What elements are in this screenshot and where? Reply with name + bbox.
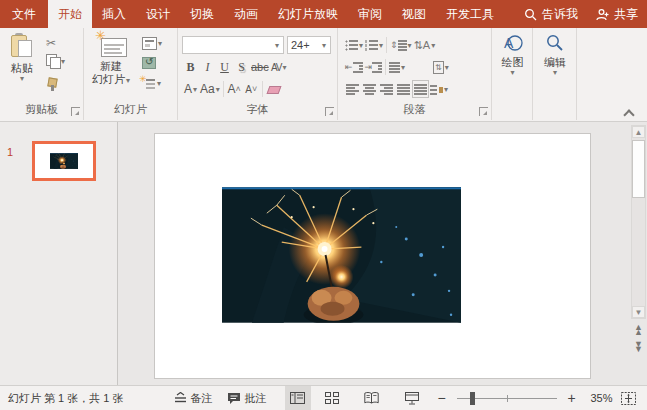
divider bbox=[223, 81, 224, 97]
tab-view[interactable]: 视图 bbox=[392, 0, 436, 28]
distribute-button[interactable] bbox=[412, 80, 429, 98]
copy-button[interactable]: ▾ bbox=[44, 52, 67, 70]
convert-smartart-button[interactable]: ▾ bbox=[429, 80, 449, 98]
normal-view-button[interactable] bbox=[285, 386, 311, 410]
scrollbar-thumb[interactable] bbox=[632, 140, 645, 198]
previous-slide-button[interactable]: ▲▲ bbox=[632, 323, 645, 337]
editing-find-icon bbox=[544, 33, 566, 53]
zoom-out-button[interactable]: − bbox=[435, 390, 449, 406]
tab-review[interactable]: 审阅 bbox=[348, 0, 392, 28]
line-spacing-icon: ⇕ bbox=[390, 40, 407, 51]
underline-button[interactable]: U bbox=[216, 58, 233, 76]
person-add-icon bbox=[596, 8, 609, 21]
bullets-button[interactable]: ▾ bbox=[344, 36, 364, 54]
slideshow-view-button[interactable] bbox=[399, 386, 425, 410]
slide-sorter-view-button[interactable] bbox=[319, 386, 345, 410]
tell-me-button[interactable]: 告诉我 bbox=[515, 0, 587, 28]
tab-design[interactable]: 设计 bbox=[136, 0, 180, 28]
italic-button[interactable]: I bbox=[199, 58, 216, 76]
scroll-up-button[interactable]: ▲ bbox=[632, 126, 645, 138]
drawing-button[interactable]: A 绘图 ▾ bbox=[496, 31, 529, 76]
ribbon: 粘贴 ▾ ✂ ▾ 剪贴板 ✳ 新建 幻灯片▾ ▾ ▾ 幻灯片 bbox=[0, 28, 647, 122]
share-button[interactable]: 共享 bbox=[587, 0, 647, 28]
grow-font-button[interactable]: A˄ bbox=[226, 80, 243, 98]
zoom-in-button[interactable]: + bbox=[565, 390, 579, 406]
tab-slideshow[interactable]: 幻灯片放映 bbox=[268, 0, 348, 28]
shrink-font-label: A bbox=[245, 84, 252, 95]
slide-canvas[interactable] bbox=[154, 133, 591, 379]
double-chevron-up-icon: ▲▲ bbox=[634, 325, 643, 335]
clear-formatting-button[interactable] bbox=[265, 80, 282, 98]
font-dialog-launcher[interactable] bbox=[325, 107, 334, 116]
font-group-label: 字体 bbox=[178, 102, 337, 117]
dropdown-arrow-icon: ▾ bbox=[431, 41, 435, 50]
increase-indent-button[interactable]: ⇥ bbox=[364, 58, 384, 76]
workspace: 1 ▲ ▼ ▲▲ ▼▼ bbox=[0, 122, 647, 385]
tab-file[interactable]: 文件 bbox=[0, 0, 48, 28]
tab-developer[interactable]: 开发工具 bbox=[436, 0, 504, 28]
align-center-button[interactable] bbox=[361, 80, 378, 98]
font-size-combo[interactable]: ▾ bbox=[287, 36, 331, 54]
collapse-ribbon-button[interactable] bbox=[624, 110, 633, 116]
editing-button[interactable]: 编辑 ▾ bbox=[538, 31, 572, 76]
change-case-label: Aa bbox=[200, 82, 215, 96]
divider bbox=[385, 59, 386, 75]
distribute-icon bbox=[414, 84, 427, 95]
next-slide-button[interactable]: ▼▼ bbox=[632, 340, 645, 354]
comments-button[interactable]: 批注 bbox=[227, 391, 267, 406]
dropdown-arrow-icon: ▾ bbox=[445, 63, 449, 72]
slide-editing-area[interactable] bbox=[119, 122, 630, 385]
bold-button[interactable]: B bbox=[182, 58, 199, 76]
paragraph-dialog-launcher[interactable] bbox=[479, 107, 488, 116]
font-name-combo[interactable]: ▾ bbox=[182, 36, 284, 54]
change-case-button[interactable]: Aa▾ bbox=[199, 80, 221, 98]
sparkler-image[interactable] bbox=[222, 187, 461, 323]
font-name-input[interactable] bbox=[183, 38, 271, 52]
text-shadow-button[interactable]: S bbox=[233, 58, 250, 76]
reset-button[interactable] bbox=[140, 54, 164, 72]
numbering-button[interactable]: ▾ bbox=[364, 36, 384, 54]
vertical-scrollbar[interactable]: ▲ ▼ ▲▲ ▼▼ bbox=[630, 122, 647, 385]
slide-thumbnail-selected[interactable] bbox=[32, 141, 96, 181]
fit-slide-to-window-button[interactable] bbox=[621, 392, 636, 405]
tab-animations[interactable]: 动画 bbox=[224, 0, 268, 28]
section-button[interactable]: ▾ bbox=[140, 74, 164, 92]
reading-view-button[interactable] bbox=[359, 386, 385, 410]
tab-home[interactable]: 开始 bbox=[48, 0, 92, 28]
font-color-button[interactable]: A▾ bbox=[182, 80, 199, 98]
columns-button[interactable]: ▾ bbox=[388, 58, 406, 76]
text-direction-button[interactable]: ⇅A▾ bbox=[413, 36, 437, 54]
align-text-button[interactable]: ⇅▾ bbox=[432, 58, 450, 76]
font-size-input[interactable] bbox=[288, 38, 318, 52]
new-slide-button[interactable]: ✳ 新建 幻灯片▾ bbox=[88, 31, 134, 87]
align-right-button[interactable] bbox=[378, 80, 395, 98]
tab-transitions[interactable]: 切换 bbox=[180, 0, 224, 28]
line-spacing-button[interactable]: ⇕▾ bbox=[389, 36, 413, 54]
group-editing: 编辑 ▾ bbox=[533, 28, 577, 120]
zoom-controls: − + 35% bbox=[435, 386, 642, 410]
notes-button[interactable]: 备注 bbox=[174, 391, 213, 406]
shrink-font-button[interactable]: A˅ bbox=[243, 80, 260, 98]
strikethrough-button[interactable]: abc bbox=[250, 58, 270, 76]
layout-button[interactable]: ▾ bbox=[140, 34, 164, 52]
view-switcher bbox=[285, 386, 425, 410]
character-spacing-button[interactable]: AV▾ bbox=[270, 58, 287, 76]
grow-font-label: A bbox=[228, 82, 236, 96]
slide-counter[interactable]: 幻灯片 第 1 张，共 1 张 bbox=[8, 391, 124, 406]
zoom-level[interactable]: 35% bbox=[579, 392, 613, 404]
align-left-button[interactable] bbox=[344, 80, 361, 98]
decrease-indent-button[interactable]: ⇤ bbox=[344, 58, 364, 76]
zoom-slider-thumb[interactable] bbox=[470, 392, 475, 405]
format-painter-button[interactable] bbox=[44, 76, 67, 94]
up-arrow-icon: ˄ bbox=[236, 84, 241, 94]
status-bar: 幻灯片 第 1 张，共 1 张 备注 批注 bbox=[0, 385, 647, 410]
numbering-icon bbox=[365, 40, 378, 51]
increase-indent-icon: ⇥ bbox=[365, 62, 373, 72]
zoom-slider[interactable] bbox=[457, 386, 557, 410]
cut-button[interactable]: ✂ bbox=[44, 34, 67, 52]
justify-button[interactable] bbox=[395, 80, 412, 98]
clipboard-dialog-launcher[interactable] bbox=[71, 107, 80, 116]
tab-insert[interactable]: 插入 bbox=[92, 0, 136, 28]
scroll-down-button[interactable]: ▼ bbox=[632, 306, 645, 318]
paste-button[interactable]: 粘贴 ▾ bbox=[4, 31, 40, 82]
